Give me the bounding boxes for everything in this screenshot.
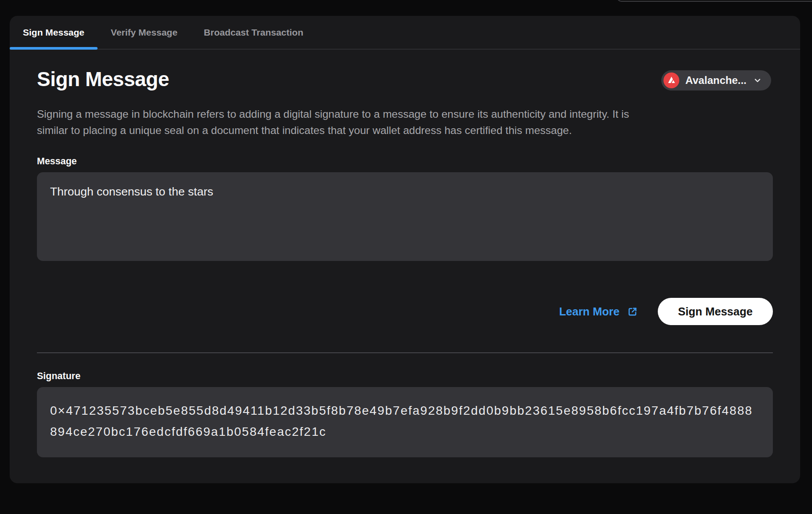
chevron-down-icon	[753, 76, 762, 85]
learn-more-label: Learn More	[559, 305, 619, 318]
intro-line-2: similar to placing a unique seal on a do…	[37, 122, 773, 138]
tab-verify-message[interactable]: Verify Message	[98, 16, 191, 49]
avalanche-logo-icon	[663, 72, 679, 88]
signature-output[interactable]: 0×471235573bceb5e855d8d49411b12d33b5f8b7…	[37, 387, 773, 457]
message-label: Message	[37, 156, 773, 167]
screen: Sign Message Verify Message Broadcast Tr…	[0, 0, 812, 514]
signature-label: Signature	[37, 371, 773, 382]
sign-message-card: Sign Message Verify Message Broadcast Tr…	[10, 16, 800, 483]
section-divider	[37, 352, 773, 353]
intro-line-1: Signing a message in blockchain refers t…	[37, 106, 773, 122]
top-right-cutoff-panel	[617, 0, 812, 2]
card-content: Sign Message Signing a message in blockc…	[10, 67, 800, 457]
intro-description: Signing a message in blockchain refers t…	[37, 106, 773, 138]
network-selector-label: Avalanche...	[685, 74, 747, 87]
message-input[interactable]: Through consensus to the stars	[37, 172, 773, 261]
tab-sign-message[interactable]: Sign Message	[10, 16, 98, 49]
network-selector[interactable]: Avalanche...	[661, 70, 771, 90]
actions-row: Learn More Sign Message	[37, 298, 773, 325]
sign-message-button[interactable]: Sign Message	[658, 298, 773, 325]
external-link-icon	[627, 306, 638, 318]
tab-bar: Sign Message Verify Message Broadcast Tr…	[10, 16, 800, 50]
tab-broadcast-transaction[interactable]: Broadcast Transaction	[191, 16, 316, 49]
learn-more-link[interactable]: Learn More	[559, 305, 638, 318]
